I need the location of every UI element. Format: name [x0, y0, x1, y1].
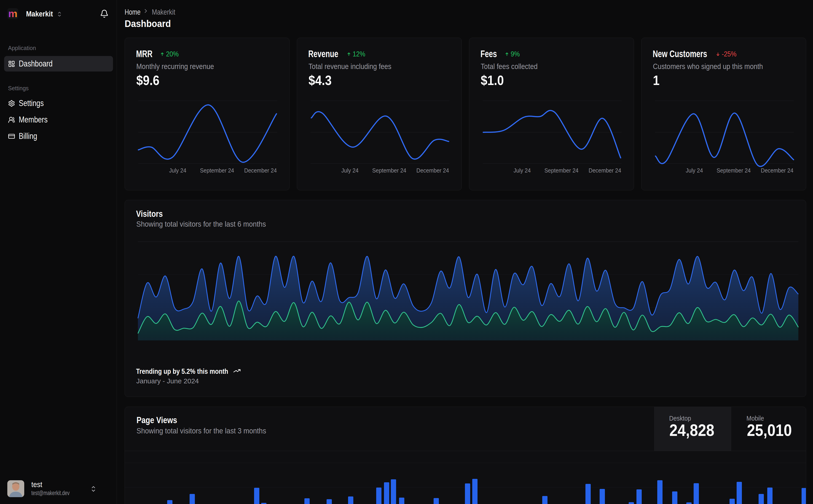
svg-text:December 24: December 24	[244, 167, 277, 174]
svg-text:July 24: July 24	[169, 167, 186, 174]
svg-text:September 24: September 24	[200, 167, 234, 174]
svg-text:December 24: December 24	[416, 167, 449, 174]
svg-text:July 24: July 24	[686, 167, 703, 174]
svg-text:July 24: July 24	[513, 167, 530, 174]
svg-text:December 24: December 24	[589, 167, 622, 174]
svg-text:September 24: September 24	[544, 167, 578, 174]
svg-text:July 24: July 24	[341, 167, 358, 174]
svg-text:September 24: September 24	[372, 167, 406, 174]
svg-text:September 24: September 24	[717, 167, 751, 174]
svg-text:m: m	[8, 8, 17, 19]
svg-text:December 24: December 24	[761, 167, 794, 174]
